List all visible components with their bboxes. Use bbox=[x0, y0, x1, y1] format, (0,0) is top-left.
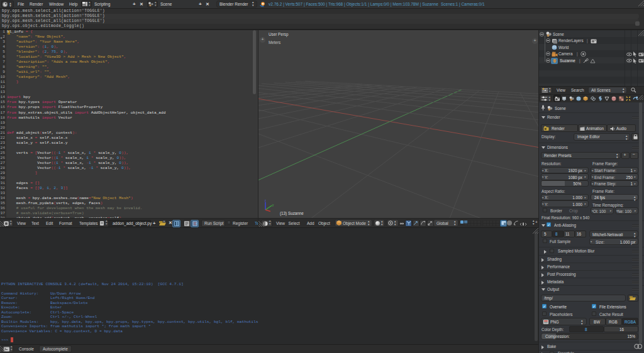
svg-text:z: z bbox=[265, 199, 267, 202]
svg-text:y: y bbox=[272, 204, 274, 207]
